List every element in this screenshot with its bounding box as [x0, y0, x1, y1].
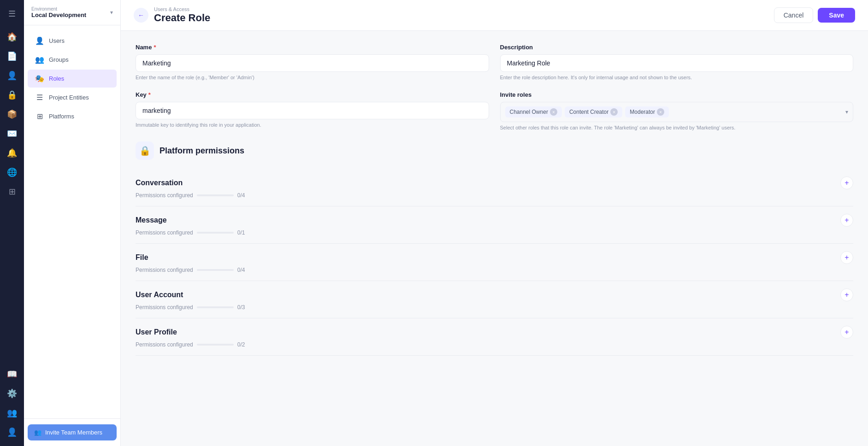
invite-team-members-button[interactable]: 👥 Invite Team Members: [28, 424, 117, 440]
permission-group-user-account: User Account + Permissions configured 0/…: [136, 281, 853, 318]
user-profile-name: User Profile: [136, 328, 177, 336]
groups-icon: 👥: [35, 55, 44, 64]
form-row-name-desc: Name * Enter the name of the role (e.g.,…: [136, 44, 853, 80]
team-icon[interactable]: 👥: [4, 405, 20, 421]
profile-icon[interactable]: 👤: [4, 424, 20, 440]
remove-moderator-button[interactable]: ×: [657, 108, 664, 116]
permissions-icon: 🔒: [136, 141, 154, 160]
sidebar-item-platforms[interactable]: ⊞ Platforms: [28, 107, 117, 125]
invite-roles-dropdown-arrow: ▾: [845, 109, 848, 115]
sidebar-item-project-entities[interactable]: ☰ Project Entities: [28, 88, 117, 106]
lock-icon[interactable]: 🔒: [4, 87, 20, 103]
hamburger-icon[interactable]: ☰: [4, 6, 20, 22]
page-title: Create Role: [154, 12, 768, 24]
conversation-name: Conversation: [136, 179, 183, 187]
message-configured: Permissions configured 0/1: [136, 229, 853, 236]
name-required: *: [154, 44, 156, 51]
chevron-down-icon: ▾: [110, 9, 113, 16]
role-tag-channel-owner-label: Channel Owner: [510, 109, 548, 115]
conversation-configured-label: Permissions configured: [136, 192, 193, 199]
env-info: Environment Local Development: [31, 6, 106, 18]
invite-roles-input[interactable]: Channel Owner × Content Creator × Modera…: [500, 102, 854, 122]
role-tag-moderator-label: Moderator: [630, 109, 655, 115]
file-count: 0/4: [237, 267, 245, 273]
expand-user-profile-button[interactable]: +: [840, 326, 853, 339]
role-tag-channel-owner: Channel Owner ×: [505, 106, 562, 117]
env-label: Environment: [31, 6, 106, 12]
mail-icon[interactable]: ✉️: [4, 125, 20, 142]
invite-icon: 👥: [34, 429, 41, 436]
file-configured-label: Permissions configured: [136, 267, 193, 273]
permission-group-conversation-header: Conversation +: [136, 176, 853, 189]
settings-icon[interactable]: ⚙️: [4, 385, 20, 402]
sidebar-item-roles-label: Roles: [49, 75, 64, 82]
invite-roles-hint: Select other roles that this role can in…: [500, 125, 854, 130]
page-header: ← Users & Access Create Role Cancel Save: [121, 0, 868, 31]
components-icon[interactable]: ⊞: [4, 183, 20, 200]
content-area: Name * Enter the name of the role (e.g.,…: [121, 31, 868, 446]
conversation-count: 0/4: [237, 192, 245, 199]
platforms-icon: ⊞: [35, 112, 44, 121]
translate-icon[interactable]: 🌐: [4, 164, 20, 181]
invite-roles-label: Invite roles: [500, 91, 854, 98]
description-hint: Enter the role description here. It's on…: [500, 75, 854, 80]
invite-roles-field-group: Invite roles Channel Owner × Content Cre…: [500, 91, 854, 130]
content-icon[interactable]: 📄: [4, 48, 20, 65]
save-button[interactable]: Save: [818, 8, 855, 23]
role-tag-content-creator-label: Content Creator: [569, 109, 608, 115]
book-icon[interactable]: 📖: [4, 366, 20, 382]
sidebar-item-project-entities-label: Project Entities: [49, 94, 89, 101]
name-input[interactable]: [136, 54, 489, 72]
message-configured-label: Permissions configured: [136, 229, 193, 236]
permissions-header: 🔒 Platform permissions: [136, 141, 853, 160]
role-tag-moderator: Moderator ×: [625, 106, 669, 117]
description-label: Description: [500, 44, 854, 51]
roles-icon: 🎭: [35, 74, 44, 83]
key-hint: Immutable key to identifying this role i…: [136, 122, 489, 128]
user-icon[interactable]: 👤: [4, 67, 20, 84]
env-selector[interactable]: Environment Local Development ▾: [24, 0, 120, 25]
name-field-group: Name * Enter the name of the role (e.g.,…: [136, 44, 489, 80]
user-account-progress-bar: [197, 306, 234, 308]
name-label: Name *: [136, 44, 489, 51]
remove-channel-owner-button[interactable]: ×: [550, 108, 557, 116]
message-count: 0/1: [237, 229, 245, 236]
permission-group-user-profile: User Profile + Permissions configured 0/…: [136, 318, 853, 356]
key-required: *: [148, 91, 151, 98]
expand-message-button[interactable]: +: [840, 214, 853, 227]
user-account-configured: Permissions configured 0/3: [136, 304, 853, 311]
form-row-key-invite: Key * Immutable key to identifying this …: [136, 91, 853, 130]
box-icon[interactable]: 📦: [4, 106, 20, 123]
sidebar-item-groups-label: Groups: [49, 56, 69, 63]
sidebar-item-users[interactable]: 👤 Users: [28, 32, 117, 50]
permissions-title: Platform permissions: [159, 146, 244, 156]
icon-nav: ☰ 🏠 📄 👤 🔒 📦 ✉️ 🔔 🌐 ⊞ 📖 ⚙️ 👥 👤: [0, 0, 24, 446]
key-field-group: Key * Immutable key to identifying this …: [136, 91, 489, 130]
sidebar: Environment Local Development ▾ 👤 Users …: [24, 0, 121, 446]
bell-icon[interactable]: 🔔: [4, 145, 20, 161]
key-input[interactable]: [136, 102, 489, 119]
permissions-section: 🔒 Platform permissions Conversation + Pe…: [136, 141, 853, 356]
breadcrumb: Users & Access: [154, 6, 768, 12]
message-progress-bar: [197, 232, 234, 234]
back-button[interactable]: ←: [134, 8, 148, 23]
sidebar-item-platforms-label: Platforms: [49, 113, 74, 120]
expand-file-button[interactable]: +: [840, 251, 853, 264]
user-profile-configured-label: Permissions configured: [136, 341, 193, 348]
header-actions: Cancel Save: [774, 7, 855, 23]
sidebar-footer: 👥 Invite Team Members: [24, 418, 120, 446]
message-name: Message: [136, 216, 167, 224]
permission-group-file-header: File +: [136, 251, 853, 264]
description-input[interactable]: [500, 54, 854, 72]
home-icon[interactable]: 🏠: [4, 29, 20, 45]
role-tag-content-creator: Content Creator ×: [565, 106, 622, 117]
expand-conversation-button[interactable]: +: [840, 176, 853, 189]
user-profile-count: 0/2: [237, 341, 245, 348]
permission-group-message: Message + Permissions configured 0/1: [136, 206, 853, 244]
project-entities-icon: ☰: [35, 93, 44, 102]
sidebar-item-roles[interactable]: 🎭 Roles: [28, 70, 117, 88]
sidebar-item-groups[interactable]: 👥 Groups: [28, 51, 117, 69]
expand-user-account-button[interactable]: +: [840, 288, 853, 301]
remove-content-creator-button[interactable]: ×: [610, 108, 618, 116]
cancel-button[interactable]: Cancel: [774, 7, 814, 23]
